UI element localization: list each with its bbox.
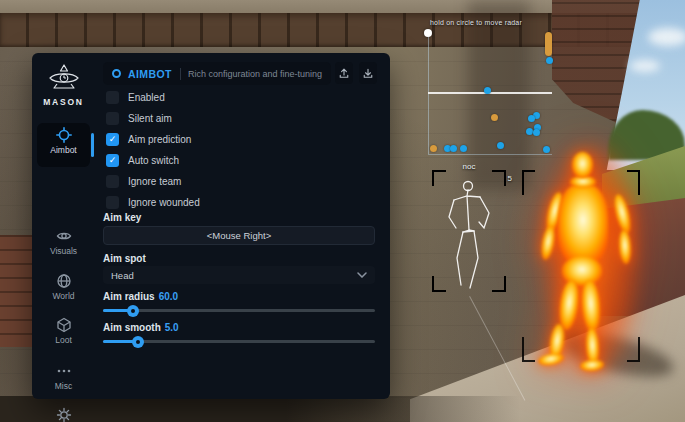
aim-radius-slider[interactable] xyxy=(103,309,375,312)
game-screen: noc 5 hold on circle to move radar xyxy=(0,0,685,422)
aim-key-label: Aim key xyxy=(103,212,141,223)
chevron-down-icon xyxy=(357,272,367,278)
radar-blip xyxy=(497,142,504,149)
cloud xyxy=(648,28,685,46)
player-esp-box xyxy=(522,170,640,362)
sidebar-item-visuals[interactable]: Visuals xyxy=(32,228,95,264)
radar-blip xyxy=(543,146,550,153)
crosshair-icon xyxy=(56,127,72,143)
brand-logo: MASON xyxy=(32,63,95,107)
radar-drag-handle[interactable] xyxy=(424,29,432,37)
aim-radius-control: Aim radius60.0 xyxy=(103,291,375,312)
upload-icon xyxy=(338,67,350,80)
globe-icon xyxy=(56,273,72,289)
radar-blip xyxy=(528,115,535,122)
radar[interactable]: hold on circle to move radar xyxy=(424,18,556,158)
tab-title: AIMBOT xyxy=(128,68,172,80)
toggle-enabled[interactable]: Enabled xyxy=(106,89,165,105)
tab-header: AIMBOT Rich configuration and fine-tunin… xyxy=(103,62,331,85)
toggle-silent-aim[interactable]: Silent aim xyxy=(106,110,172,126)
player-distance-label: 5 xyxy=(508,174,512,183)
sidebar: MASON Aimbot Visuals xyxy=(32,53,95,399)
checkbox[interactable] xyxy=(106,154,119,167)
sidebar-item-aimbot[interactable]: Aimbot xyxy=(32,127,95,163)
import-config-button[interactable] xyxy=(359,62,377,84)
cloud xyxy=(630,60,660,72)
aim-key-bind-button[interactable]: <Mouse Right> xyxy=(103,226,375,245)
sidebar-item-world[interactable]: World xyxy=(32,273,95,309)
radar-blip xyxy=(526,128,533,135)
ring-icon xyxy=(112,69,121,78)
ellipsis-icon xyxy=(56,363,72,379)
cube-icon xyxy=(56,317,72,333)
checkbox[interactable] xyxy=(106,91,119,104)
aim-smooth-label: Aim smooth xyxy=(103,322,161,333)
sidebar-item-loot[interactable]: Loot xyxy=(32,317,95,353)
toggle-ignore-wounded[interactable]: Ignore wounded xyxy=(106,194,200,210)
cheat-menu-panel: MASON Aimbot Visuals xyxy=(32,53,390,399)
aim-radius-label: Aim radius xyxy=(103,291,155,302)
aim-smooth-control: Aim smooth5.0 xyxy=(103,322,375,343)
radar-left-edge xyxy=(428,37,429,154)
aim-smooth-value: 5.0 xyxy=(165,322,179,333)
radar-blip xyxy=(533,129,540,136)
radar-blip xyxy=(430,145,437,152)
toggle-aim-prediction[interactable]: Aim prediction xyxy=(106,131,191,147)
sidebar-item-misc[interactable]: Misc xyxy=(32,363,95,399)
skeleton-esp xyxy=(432,170,506,292)
checkbox[interactable] xyxy=(106,196,119,209)
aim-smooth-slider[interactable] xyxy=(103,340,375,343)
slider-thumb[interactable] xyxy=(127,305,139,317)
mason-eye-icon xyxy=(46,63,82,93)
slider-thumb[interactable] xyxy=(132,336,144,348)
eye-icon xyxy=(56,228,72,244)
tab-content: AIMBOT Rich configuration and fine-tunin… xyxy=(95,53,390,399)
brand-name: MASON xyxy=(32,97,95,107)
checkbox[interactable] xyxy=(106,133,119,146)
radar-blip xyxy=(546,57,553,64)
aim-spot-value: Head xyxy=(111,270,134,281)
radar-blip xyxy=(491,114,498,121)
export-config-button[interactable] xyxy=(335,62,353,84)
aim-spot-label: Aim spot xyxy=(103,253,146,264)
toggle-ignore-team[interactable]: Ignore team xyxy=(106,173,181,189)
player-name-label: noc xyxy=(432,162,506,171)
skeleton-esp-box: noc 5 xyxy=(432,170,506,292)
radar-blip xyxy=(460,145,467,152)
toggle-auto-switch[interactable]: Auto switch xyxy=(106,152,179,168)
radar-blip xyxy=(484,87,491,94)
tab-subtitle: Rich configuration and fine-tuning xyxy=(188,69,322,79)
checkbox[interactable] xyxy=(106,112,119,125)
sidebar-item-settings[interactable]: Settings xyxy=(32,407,95,422)
aim-spot-select[interactable]: Head xyxy=(103,266,375,284)
download-icon xyxy=(362,67,374,80)
radar-blip xyxy=(450,145,457,152)
checkbox[interactable] xyxy=(106,175,119,188)
radar-blip xyxy=(545,32,552,56)
radar-hint: hold on circle to move radar xyxy=(430,19,522,26)
red-bricks xyxy=(0,235,34,347)
gear-icon xyxy=(56,407,72,422)
radar-bottom-edge xyxy=(428,154,552,155)
aim-radius-value: 60.0 xyxy=(159,291,178,302)
